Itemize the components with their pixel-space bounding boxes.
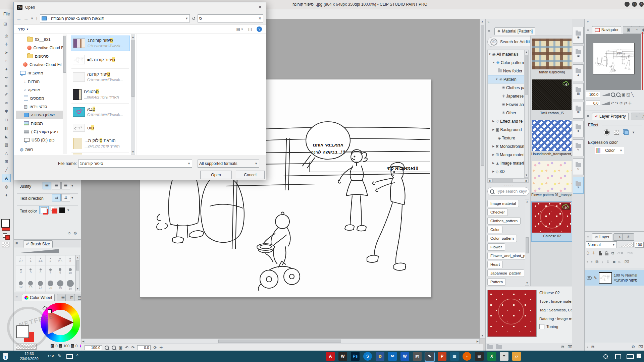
cancel-button[interactable]: Cancel	[236, 171, 265, 179]
sidebar-item-downloads[interactable]: ↓הורדות	[16, 77, 63, 85]
text-color-dropdown-icon[interactable]: ▼	[67, 208, 70, 212]
brush-size-slider[interactable]	[17, 249, 59, 253]
sidebar-item-desktop[interactable]: שולחן העבודה	[16, 111, 63, 119]
network-tray-icon[interactable]	[66, 354, 73, 359]
blend-oval-icon[interactable]: ⬯	[587, 251, 589, 255]
justify-left-button[interactable]: ☰	[43, 182, 51, 189]
layer-mask-icon[interactable]: ◙	[613, 259, 615, 264]
canvas-hscrollbar[interactable]: ◀ ▶	[81, 339, 480, 344]
tree-item-texture[interactable]: ◈Texture	[488, 134, 525, 142]
app-generic1[interactable]: ◩	[413, 352, 422, 361]
start-button[interactable]	[637, 354, 642, 359]
brush-size-cell[interactable]: 12	[16, 277, 26, 292]
material-thumb-tartan[interactable]	[532, 39, 572, 69]
tree-item-background[interactable]: ▶▣Background	[488, 125, 525, 134]
layer-row-selected[interactable]: ✎ 100 % Normal סיפור קורונה1=	[585, 270, 644, 286]
tool-zoom[interactable]: ◎	[2, 32, 11, 40]
blend-mode-select[interactable]: Normal▼	[586, 241, 617, 248]
settings-icon[interactable]: ⚙	[73, 231, 77, 236]
apply-mask-icon[interactable]: ▻	[618, 259, 621, 264]
text-color-sub[interactable]	[51, 207, 57, 214]
effect-dropdown-icon[interactable]: ▼	[632, 131, 635, 134]
direction-horizontal-button[interactable]: ⇉	[52, 194, 61, 201]
navigator-zoom-slider[interactable]	[601, 93, 610, 96]
opacity-slider[interactable]	[618, 242, 634, 247]
panel-menu-icon[interactable]: ≡	[587, 27, 589, 32]
navigator-preview[interactable]	[586, 34, 641, 90]
zoom-in-icon[interactable]	[112, 346, 116, 350]
file-item-videos[interactable]: סרטונים תאריך שינוי: 06/04/2...	[71, 87, 130, 102]
tree-item-flower[interactable]: ✳Flower an	[488, 100, 525, 109]
material-thumb-flower[interactable]	[532, 161, 572, 192]
nav-rotate-left-icon[interactable]: ↶	[611, 101, 614, 106]
opacity-value[interactable]: 100	[635, 242, 644, 248]
nav-flip-icon[interactable]: ╲	[631, 92, 634, 97]
brush-size-cell[interactable]: 17	[36, 277, 46, 292]
tag-flower[interactable]: Flower	[487, 243, 505, 251]
tree-hscrollbar[interactable]: ◀▶	[487, 178, 529, 183]
tool-gradient[interactable]: ▨	[2, 140, 11, 149]
zoom-out-icon[interactable]	[105, 346, 109, 350]
menu-file[interactable]: File	[3, 12, 10, 16]
tool-move[interactable]: ✛	[2, 40, 11, 48]
file-item-saba[interactable]: סבא C:\משתמשים\Tweak...	[71, 104, 130, 120]
tool-balloon[interactable]: ◍	[2, 182, 11, 191]
tool-figure[interactable]: △	[2, 149, 11, 157]
panel-menu-icon[interactable]: ≡	[15, 295, 18, 299]
app-photoshop[interactable]: Ps	[351, 352, 360, 361]
file-item-sus[interactable]: סוס	[71, 122, 130, 134]
sidebar-item-creative-cloud-files[interactable]: Creative Cloud Fil	[16, 60, 63, 69]
lock-transparent-icon[interactable]	[605, 253, 608, 255]
file-item-cut[interactable]: הסעות דרך חומרי	[71, 153, 130, 155]
up-icon[interactable]: ↑	[36, 16, 38, 21]
app-clip-studio-active[interactable]: ✎	[425, 352, 434, 361]
tag-color[interactable]: Color	[487, 226, 502, 233]
tree-item-japanese[interactable]: ✳Japanese	[488, 92, 525, 100]
language-indicator[interactable]: עבר	[47, 354, 54, 358]
organize-menu[interactable]: סדר▼	[18, 27, 29, 32]
sidebar-item-local-disk-c[interactable]: דיסק מקומי (C:)	[16, 127, 63, 136]
sidebar-item-usb-drive-d[interactable]: כונן USB (D:)	[16, 136, 63, 144]
app-powerpoint[interactable]: P	[438, 352, 446, 361]
brush-size-cell[interactable]: 10	[65, 265, 75, 277]
brush-size-cell[interactable]: 0.7	[16, 255, 26, 265]
back-icon[interactable]: ←	[16, 16, 21, 21]
material-thumb-houndstooth[interactable]	[532, 120, 572, 151]
nav-zoom-in-icon[interactable]	[616, 93, 621, 97]
recent-locations-icon[interactable]: ▼	[31, 17, 34, 20]
touch-keyboard-icon[interactable]	[627, 354, 634, 359]
sidebar-item-documents[interactable]: מסמכים	[16, 94, 63, 102]
sidebar-item-videos-folder[interactable]: סרטונים	[16, 52, 63, 60]
expression-color-select[interactable]: Color ▼	[595, 147, 624, 154]
sidebar-scrollbar[interactable]	[63, 35, 67, 154]
tags-vscrollbar[interactable]: ▲▼	[525, 199, 529, 286]
material-thumb-twill[interactable]	[532, 79, 572, 110]
file-item-sipur-corona1[interactable]: סיפור קורונה1 C:\משתמשים\Tweak...	[71, 36, 130, 51]
sidebar-item-this-pc[interactable]: מחשב זה	[16, 69, 63, 77]
app-firefox[interactable]: ◗	[463, 352, 471, 361]
nav-flip-h-icon[interactable]: ⇄	[624, 101, 627, 106]
panel-menu-icon[interactable]: ≡	[587, 114, 589, 119]
layer-property-tab[interactable]: ✓ Layer Property	[592, 113, 629, 120]
tag-flower-and-plant[interactable]: Flower_and_plant_pa	[487, 252, 525, 259]
app-excel[interactable]: X	[487, 352, 496, 361]
folder-button-effect[interactable]: ❖	[573, 121, 584, 137]
sidebar-item-videos[interactable]: ▤סרטי וידאו	[16, 102, 63, 111]
clock[interactable]: 12:33 23/04/2020	[15, 351, 44, 361]
tree-vscrollbar[interactable]: ▲▼	[524, 50, 529, 178]
brush-size-scrollbar[interactable]: ▲▼	[75, 255, 80, 291]
brush-size-cell[interactable]: 8	[55, 265, 65, 277]
tree-item-all-materials[interactable]: ▼◉All materials	[488, 50, 525, 58]
navigator-rotation-value[interactable]: 0.0	[586, 101, 600, 106]
sidebar-item-pictures[interactable]: תמונות	[16, 119, 63, 127]
tree-item-monochromatic[interactable]: ▶✖Monochromati	[488, 142, 525, 150]
new-folder-icon[interactable]	[487, 345, 493, 349]
brush-size-cell[interactable]: 4	[16, 265, 26, 277]
resize-grip[interactable]: ⋰	[262, 176, 265, 180]
format-select[interactable]: All supported formats ▼	[198, 160, 259, 168]
text-color-black[interactable]	[59, 207, 65, 213]
tag-japanese-pattern[interactable]: Japanese_pattern	[487, 269, 524, 277]
mask-icon[interactable]: ▱✕	[627, 251, 633, 255]
app-generic2[interactable]: ▦	[450, 352, 459, 361]
tool-pencil[interactable]: ✏	[2, 82, 11, 90]
